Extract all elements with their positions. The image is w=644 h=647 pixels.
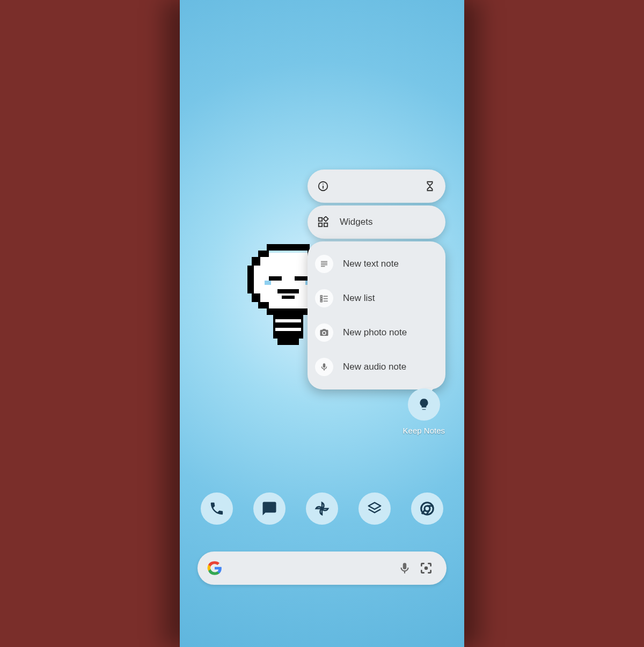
svg-point-58 [425,567,428,570]
svg-rect-21 [252,293,260,302]
svg-rect-26 [269,276,282,281]
photos-app[interactable] [306,492,338,525]
svg-rect-0 [267,244,310,251]
widgets-button[interactable]: Widgets [308,205,445,239]
keep-notes-icon [408,388,440,421]
new-text-note-action[interactable]: New text note [315,247,438,281]
action-label: New text note [343,259,399,269]
svg-rect-33 [277,339,299,345]
svg-rect-28 [265,281,271,285]
new-audio-note-action[interactable]: New audio note [315,350,438,384]
hourglass-icon[interactable] [424,180,436,192]
svg-rect-49 [320,298,322,299]
lens-icon[interactable] [415,561,437,575]
svg-point-38 [323,183,324,185]
app-shortcut-popup: Widgets New text note [308,170,445,389]
svg-rect-17 [252,257,260,266]
dock [180,492,464,525]
svg-rect-27 [295,276,308,281]
svg-rect-5 [247,266,254,293]
svg-rect-30 [277,289,299,293]
svg-rect-11 [269,308,308,315]
text-note-icon [315,255,333,273]
new-photo-note-action[interactable]: New photo note [315,315,438,350]
google-search-bar[interactable] [197,552,447,585]
svg-rect-9 [258,302,269,308]
popup-topbar [308,170,445,203]
svg-rect-51 [320,300,322,302]
svg-rect-31 [282,296,295,299]
action-label: New list [343,293,375,304]
svg-rect-39 [319,218,322,221]
messages-app[interactable] [253,492,286,525]
svg-rect-3 [252,257,260,266]
phone-app[interactable] [201,492,233,525]
svg-rect-47 [320,296,322,297]
svg-rect-15 [258,251,269,257]
svg-rect-35 [275,328,301,331]
widgets-label: Widgets [340,217,372,227]
phone-home-screen: Widgets New text note [180,0,464,647]
chrome-app[interactable] [411,492,443,525]
action-label: New photo note [343,327,407,338]
keep-notes-app[interactable]: Keep Notes [403,388,445,435]
list-icon [315,289,333,307]
voice-search-icon[interactable] [394,561,415,575]
new-list-action[interactable]: New list [315,281,438,315]
keep-notes-label: Keep Notes [403,426,445,435]
svg-rect-32 [273,315,303,339]
svg-rect-19 [247,266,254,293]
svg-rect-1 [258,251,269,257]
shortcut-actions-list: New text note New list [308,241,445,389]
info-icon[interactable] [317,180,329,192]
svg-rect-14 [267,244,310,251]
action-label: New audio note [343,362,406,372]
svg-rect-25 [267,308,310,315]
maps-layers-app[interactable] [358,492,391,525]
svg-rect-34 [275,319,301,322]
widgets-icon [317,216,329,228]
camera-icon [315,323,333,342]
svg-rect-23 [258,302,269,308]
svg-rect-40 [319,223,322,226]
svg-rect-41 [324,223,327,226]
svg-rect-42 [324,217,328,222]
svg-rect-7 [252,293,260,302]
google-logo-icon [207,561,222,576]
microphone-icon [315,358,333,376]
